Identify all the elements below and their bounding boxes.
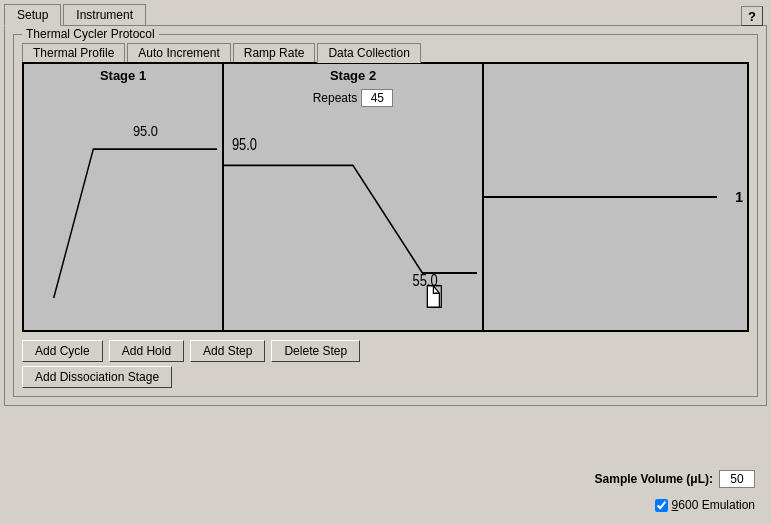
stage1-temp-label: 95.0 xyxy=(133,124,158,140)
top-tab-bar: Setup Instrument xyxy=(0,0,771,25)
delete-step-button[interactable]: Delete Step xyxy=(271,340,360,362)
add-dissociation-button[interactable]: Add Dissociation Stage xyxy=(22,366,172,388)
emulation-label: 9600 Emulation xyxy=(672,498,755,512)
stage-1-chart: 95.0 xyxy=(24,64,222,330)
main-content-area: Thermal Cycler Protocol Thermal Profile … xyxy=(4,25,767,406)
sample-volume-input[interactable] xyxy=(719,470,755,488)
stage-3-line xyxy=(484,196,717,198)
help-button[interactable]: ? xyxy=(741,6,763,26)
stage-2: Stage 2 Repeats 95.0 55.0 xyxy=(224,64,484,330)
bottom-buttons-row1: Add Cycle Add Hold Add Step Delete Step xyxy=(22,340,749,362)
sample-volume-label: Sample Volume (μL): xyxy=(595,472,713,486)
tab-thermal-profile[interactable]: Thermal Profile xyxy=(22,43,125,62)
thermal-cycler-group: Thermal Cycler Protocol Thermal Profile … xyxy=(13,34,758,397)
inner-tab-bar: Thermal Profile Auto Increment Ramp Rate… xyxy=(22,43,749,62)
bottom-buttons-row2: Add Dissociation Stage xyxy=(22,366,749,388)
stage-3: 1 xyxy=(484,64,747,330)
svg-text:95.0: 95.0 xyxy=(232,136,257,154)
sample-volume-row: Sample Volume (μL): xyxy=(595,470,755,488)
tab-data-collection[interactable]: Data Collection xyxy=(317,43,420,63)
emulation-row: 9600 Emulation xyxy=(655,498,755,512)
tab-instrument[interactable]: Instrument xyxy=(63,4,146,25)
stage-2-chart: 95.0 55.0 xyxy=(224,64,482,330)
add-hold-button[interactable]: Add Hold xyxy=(109,340,184,362)
tab-setup[interactable]: Setup xyxy=(4,4,61,26)
stage-1: Stage 1 95.0 xyxy=(24,64,224,330)
emulation-checkbox[interactable] xyxy=(655,499,668,512)
add-cycle-button[interactable]: Add Cycle xyxy=(22,340,103,362)
profile-display: Stage 1 95.0 Stage 2 Repeats xyxy=(22,62,749,332)
tab-ramp-rate[interactable]: Ramp Rate xyxy=(233,43,316,62)
tab-auto-increment[interactable]: Auto Increment xyxy=(127,43,230,62)
group-box-label: Thermal Cycler Protocol xyxy=(22,27,159,41)
main-window: Setup Instrument ? Thermal Cycler Protoc… xyxy=(0,0,771,524)
stage-3-number: 1 xyxy=(735,189,743,205)
add-step-button[interactable]: Add Step xyxy=(190,340,265,362)
